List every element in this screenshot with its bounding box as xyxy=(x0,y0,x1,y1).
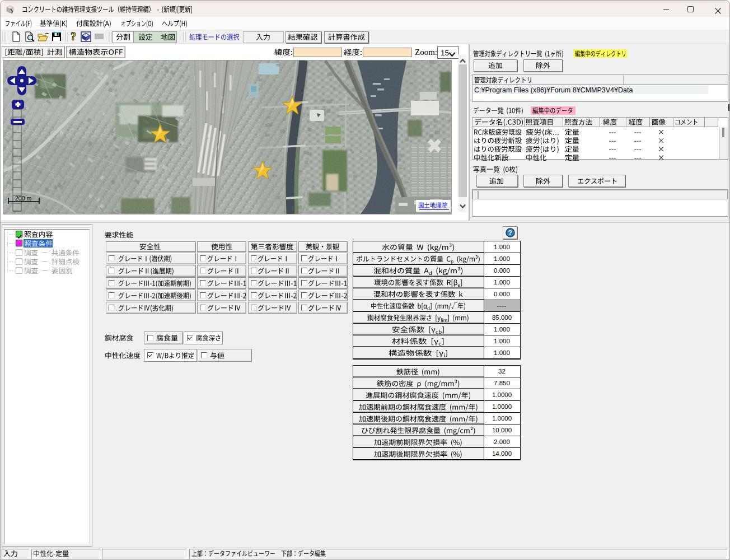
svg-text:?: ? xyxy=(71,31,76,43)
svg-text:?: ? xyxy=(508,229,512,237)
svg-text:200 m: 200 m xyxy=(15,195,31,202)
